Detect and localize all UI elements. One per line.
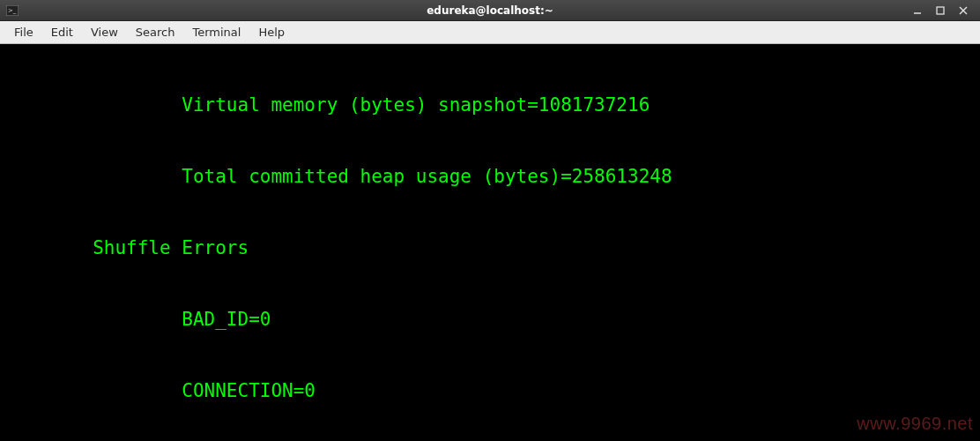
terminal-line: Shuffle Errors [4, 236, 976, 260]
menu-terminal[interactable]: Terminal [183, 23, 249, 41]
maximize-button[interactable] [932, 4, 948, 18]
menubar: File Edit View Search Terminal Help [0, 21, 980, 44]
minimize-button[interactable] [909, 4, 925, 18]
watermark-text: www.9969.net [857, 412, 973, 436]
close-button[interactable] [955, 4, 971, 18]
menu-search[interactable]: Search [127, 23, 184, 41]
terminal-line: Virtual memory (bytes) snapshot=10817372… [4, 93, 976, 117]
terminal-line: CONNECTION=0 [4, 379, 976, 403]
terminal-app-icon: >_ [5, 4, 19, 18]
menu-file[interactable]: File [5, 23, 42, 41]
window-controls [909, 0, 976, 21]
menu-help[interactable]: Help [249, 23, 293, 41]
menu-view[interactable]: View [82, 23, 127, 41]
svg-text:>_: >_ [8, 7, 17, 14]
terminal-line: BAD_ID=0 [4, 308, 976, 332]
terminal-viewport[interactable]: Virtual memory (bytes) snapshot=10817372… [0, 44, 980, 441]
svg-rect-3 [937, 7, 944, 14]
menu-edit[interactable]: Edit [42, 23, 82, 41]
terminal-line: Total committed heap usage (bytes)=25861… [4, 165, 976, 189]
window-titlebar: >_ edureka@localhost:~ [0, 0, 980, 21]
window-title: edureka@localhost:~ [427, 4, 553, 17]
